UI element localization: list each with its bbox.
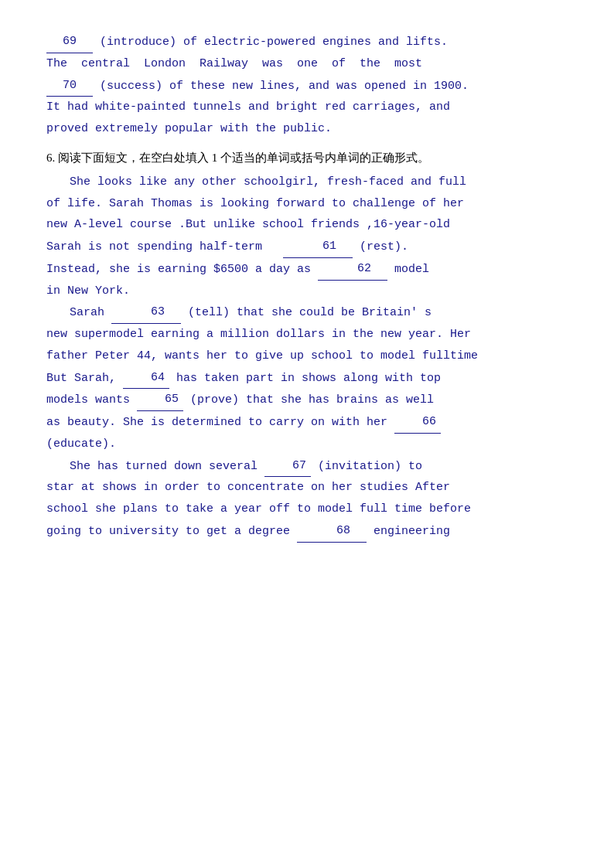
intro-text-3: (success) of these new lines, and was op…	[100, 80, 469, 93]
para2-text-8: (prove) that she has brains as well	[190, 393, 434, 407]
blank-66: 66	[394, 411, 441, 434]
para2-text-10: (educate).	[46, 437, 116, 451]
para3-text-5: going to university to get a degree	[46, 525, 297, 538]
para3-text-3: star at shows in order to concentrate on…	[46, 481, 450, 494]
para3-text-2: (invitation) to	[318, 460, 422, 473]
blank-69: 69	[46, 31, 93, 53]
question-6-label: 6. 阅读下面短文，在空白处填入 1 个适当的单词或括号内单词的正确形式。	[46, 148, 568, 168]
blank-67: 67	[264, 455, 311, 478]
para2-text-4: father Peter 44, wants her to give up sc…	[46, 349, 478, 363]
blank-70: 70	[46, 75, 93, 97]
intro-text-1: (introduce) of electric-powered engines …	[100, 36, 448, 49]
intro-paragraph: 69 (introduce) of electric-powered engin…	[46, 31, 568, 140]
question-6-text: 6. 阅读下面短文，在空白处填入 1 个适当的单词或括号内单词的正确形式。	[46, 151, 429, 164]
intro-text-5: proved extremely popular with the public…	[46, 122, 332, 135]
para1-text-5: (rest).	[360, 240, 408, 254]
para2-text-9: as beauty. She is determined to carry on…	[46, 416, 394, 429]
para2-text-6: has taken part in shows along with top	[176, 372, 441, 385]
passage-para-2: Sarah 63 (tell) that she could be Britai…	[46, 301, 568, 454]
para1-text-2: of life. Sarah Thomas is looking forward…	[46, 197, 464, 210]
blank-64: 64	[123, 367, 169, 390]
para2-text-5: But Sarah,	[46, 372, 123, 385]
para1-text-4: Sarah is not spending half-term	[46, 240, 276, 254]
para3-text-4: school she plans to take a year off to m…	[46, 502, 471, 516]
para2-text-3: new supermodel earning a million dollars…	[46, 328, 471, 341]
blank-61: 61	[283, 236, 353, 258]
para3-text-6: engineering	[374, 525, 450, 538]
intro-text-4: It had white-painted tunnels and bright …	[46, 100, 450, 114]
intro-text-2: The central London Railway was one of th…	[46, 57, 422, 70]
blank-68: 68	[297, 520, 367, 543]
para2-text-1: Sarah	[70, 306, 111, 319]
para3-text-1: She has turned down several	[70, 460, 264, 473]
para1-text-7: model	[394, 263, 429, 276]
para2-text-2: (tell) that she could be Britain' s	[188, 306, 432, 319]
main-content: 69 (introduce) of electric-powered engin…	[46, 31, 568, 543]
passage-para-3: She has turned down several 67 (invitati…	[46, 455, 568, 543]
para1-text-8: in New York.	[46, 284, 130, 298]
para1-text-3: new A-level course .But unlike school fr…	[46, 218, 450, 231]
para1-text-1: She looks like any other schoolgirl, fre…	[70, 175, 466, 189]
blank-62: 62	[318, 258, 387, 281]
blank-65: 65	[137, 389, 183, 411]
blank-63: 63	[111, 301, 181, 324]
para1-text-6: Instead, she is earning $6500 a day as	[46, 263, 318, 276]
passage-para-1: She looks like any other schoolgirl, fre…	[46, 172, 568, 302]
para2-text-7: models wants	[46, 393, 137, 407]
